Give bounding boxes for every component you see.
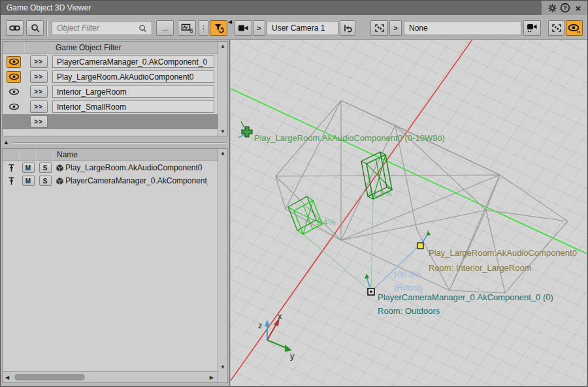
filter-list-scrollbar[interactable]: ▲ ▼ <box>218 42 227 136</box>
camera-button[interactable] <box>235 20 252 36</box>
collapse-up-icon[interactable]: ▲ <box>3 139 9 146</box>
scene-canvas <box>231 40 587 386</box>
listener-marker[interactable] <box>365 273 374 295</box>
help-icon[interactable]: ? <box>560 3 570 13</box>
mute-button[interactable]: M <box>22 163 35 173</box>
watch-list-scrollbar[interactable]: ▲ ▼ <box>218 149 227 371</box>
filter-list-header: Game Object Filter <box>3 42 218 54</box>
search-button[interactable] <box>26 20 44 36</box>
filter-list-header-label: Game Object Filter <box>52 43 122 52</box>
watched-object-name: PlayerCameraManager_0.AkComponent_0 <box>65 176 208 185</box>
watch-list-header-label: Name <box>54 150 78 159</box>
window-title: Game Object 3D Viewer <box>1 1 542 15</box>
solo-button[interactable]: S <box>39 163 52 173</box>
panel-splitter[interactable]: ▲ <box>1 139 229 147</box>
visibility-eye-toggle[interactable] <box>7 86 21 98</box>
watched-objects-list: Name M S <box>2 148 228 383</box>
game-object-cube-icon <box>54 164 65 172</box>
add-to-watch-button[interactable]: >> <box>30 85 48 98</box>
follow-expand-button[interactable]: > <box>389 20 402 36</box>
portal-interior-largeroom[interactable] <box>288 196 322 234</box>
world-y-axis <box>231 88 587 255</box>
pin-icon[interactable] <box>3 164 20 172</box>
titlebar: Game Object 3D Viewer ? × <box>1 1 587 15</box>
camera-to-listener-button[interactable] <box>523 20 541 36</box>
3d-viewport[interactable]: 2.4% 41.2% <box>231 40 587 386</box>
filter-row: >> <box>3 84 218 99</box>
scroll-right-icon[interactable]: ▶ <box>210 375 214 380</box>
splitter-groove <box>12 142 226 143</box>
axis-gizmo <box>265 318 292 352</box>
object-filter-input[interactable] <box>52 21 152 35</box>
filter-toggle-button[interactable] <box>210 20 227 36</box>
game-object-3d-viewer-window: Game Object 3D Viewer ? × <box>0 0 588 387</box>
game-object-filter-list: Game Object Filter >> >> <box>2 41 228 136</box>
follow-selector[interactable]: None <box>404 21 521 35</box>
visibility-eye-toggle[interactable] <box>7 71 21 83</box>
watched-object-name: Play_LargeRoom.AkAudioComponent0 <box>65 163 208 172</box>
scroll-up-icon[interactable]: ▲ <box>218 43 227 49</box>
frame-selection-button[interactable] <box>548 20 564 36</box>
emitter-marker[interactable] <box>238 121 252 138</box>
follow-object-button[interactable] <box>370 20 388 36</box>
scrollbar-corner <box>218 371 227 382</box>
filter-row: >> <box>3 54 218 69</box>
filter-row: >> <box>3 69 218 84</box>
game-object-cube-icon <box>54 177 65 185</box>
add-to-watch-button[interactable]: >> <box>30 116 48 128</box>
camera-expand-button[interactable]: > <box>253 20 265 36</box>
show-names-toggle-button[interactable] <box>566 20 583 36</box>
add-to-watch-button[interactable]: >> <box>30 70 48 83</box>
svg-text:?: ? <box>563 5 567 11</box>
add-to-watch-button[interactable]: >> <box>30 55 48 68</box>
add-to-watch-button[interactable]: >> <box>30 101 48 113</box>
game-object-name-field[interactable] <box>52 55 214 68</box>
svg-text:S: S <box>189 27 193 33</box>
scroll-down-icon[interactable]: ▼ <box>218 364 227 370</box>
hscroll-thumb[interactable] <box>14 374 85 380</box>
solo-button[interactable]: S <box>39 176 52 186</box>
view-settings-button[interactable]: S <box>178 20 196 36</box>
watch-row[interactable]: M S Play_LargeRoom.AkAudioComponent0 <box>3 161 208 174</box>
close-icon[interactable]: × <box>573 3 583 13</box>
reset-camera-button[interactable] <box>340 20 355 36</box>
left-panel: Game Object Filter >> >> <box>1 40 230 386</box>
toolbar: ... S ⋮ ◀ > User Camera 1 <box>1 15 587 40</box>
game-object-name-field[interactable] <box>52 85 214 98</box>
overflow-menu-button[interactable]: ⋮ <box>199 20 208 36</box>
game-object-name-field[interactable] <box>52 101 214 113</box>
game-object-name-field[interactable] <box>52 70 214 83</box>
search-icon <box>139 24 147 33</box>
filter-row-new: >> <box>3 114 218 129</box>
watch-list-hscrollbar[interactable]: ◀ ▶ <box>3 371 218 382</box>
room-object-marker[interactable] <box>417 230 431 249</box>
filter-row: >> <box>3 99 218 114</box>
scroll-up-icon[interactable]: ▲ <box>218 150 227 156</box>
scroll-down-icon[interactable]: ▼ <box>218 129 227 134</box>
toolbar-separator <box>46 20 47 36</box>
mute-button[interactable]: M <box>22 176 35 186</box>
watch-row[interactable]: M S PlayerCameraManager_0.AkComponent_0 <box>3 174 208 187</box>
visibility-eye-toggle[interactable] <box>7 101 21 113</box>
visibility-eye-toggle[interactable] <box>7 56 21 68</box>
link-selection-button[interactable] <box>6 20 24 36</box>
more-options-button[interactable]: ... <box>156 20 174 36</box>
watch-list-header: Name <box>3 149 218 161</box>
settings-gear-icon[interactable] <box>547 3 557 13</box>
room-ratio-line <box>373 241 424 290</box>
collapse-panel-icon[interactable]: ◀ <box>228 19 232 25</box>
camera-selector[interactable]: User Camera 1 <box>267 21 338 35</box>
pin-icon[interactable] <box>3 177 20 185</box>
scroll-left-icon[interactable]: ◀ <box>5 375 9 380</box>
